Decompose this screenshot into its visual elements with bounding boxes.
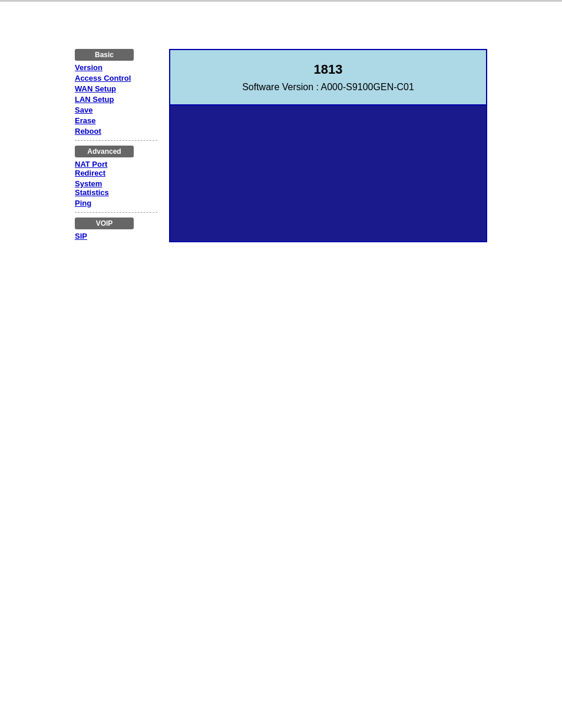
advanced-section-button: Advanced [75, 146, 134, 157]
voip-section-button: VOIP [75, 218, 134, 229]
sidebar-link-lan-setup[interactable]: LAN Setup [75, 95, 169, 104]
sidebar-link-system-statistics[interactable]: SystemStatistics [75, 179, 169, 197]
content-area: 1813 Software Version : A000-S9100GEN-C0… [169, 49, 487, 242]
sidebar-link-access-control[interactable]: Access Control [75, 74, 169, 83]
sidebar-divider-1 [75, 140, 157, 141]
content-subtitle: Software Version : A000-S9100GEN-C01 [182, 82, 474, 93]
sidebar-link-ping[interactable]: Ping [75, 199, 169, 207]
sidebar-link-erase[interactable]: Erase [75, 116, 169, 125]
content-title: 1813 [182, 62, 474, 77]
sidebar-link-version[interactable]: Version [75, 63, 169, 72]
content-body [170, 106, 486, 223]
content-header: 1813 Software Version : A000-S9100GEN-C0… [170, 50, 486, 106]
sidebar: Basic Version Access Control WAN Setup L… [75, 49, 169, 242]
sidebar-link-nat-port-redirect[interactable]: NAT PortRedirect [75, 160, 169, 177]
sidebar-divider-2 [75, 212, 157, 213]
sidebar-link-sip[interactable]: SIP [75, 232, 169, 241]
sidebar-link-reboot[interactable]: Reboot [75, 127, 169, 136]
top-border [0, 0, 562, 2]
main-container: Basic Version Access Control WAN Setup L… [75, 49, 487, 242]
sidebar-link-wan-setup[interactable]: WAN Setup [75, 84, 169, 93]
sidebar-link-save[interactable]: Save [75, 106, 169, 114]
basic-section-button: Basic [75, 49, 134, 61]
